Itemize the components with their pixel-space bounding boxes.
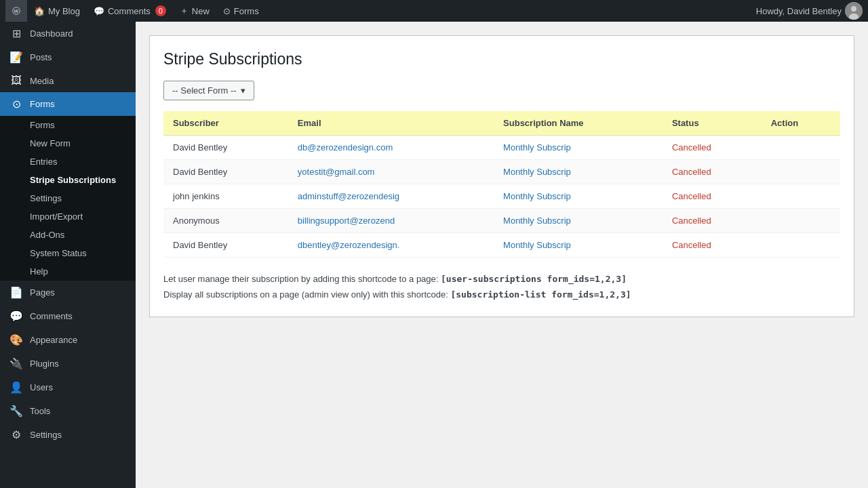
table-body: David Bentley db@zerozendesign.com Month… [163, 135, 840, 257]
email-link[interactable]: yotestit@gmail.com [298, 167, 375, 177]
submenu-add-ons[interactable]: Add-Ons [0, 226, 136, 244]
col-subscription-name: Subscription Name [494, 111, 663, 136]
cell-action [762, 159, 840, 184]
subscription-link[interactable]: Monthly Subscrip [503, 240, 571, 250]
sidebar-label-media: Media [30, 76, 54, 86]
chevron-down-icon: ▾ [241, 85, 245, 96]
submenu-entries[interactable]: Entries [0, 152, 136, 171]
sidebar-label-dashboard: Dashboard [30, 28, 73, 39]
shortcode-info: Let user manage their subscription by ad… [163, 271, 840, 303]
main-content: Stripe Subscriptions -- Select Form -- ▾… [136, 22, 868, 488]
forms-submenu: Forms New Form Entries Stripe Subscripti… [0, 116, 136, 281]
dashboard-icon: ⊞ [9, 27, 23, 40]
status-badge: Cancelled [672, 167, 711, 177]
sidebar-label-posts: Posts [30, 52, 52, 62]
table-row: Anonymous billingsupport@zerozend Monthl… [163, 208, 840, 232]
sidebar-item-tools[interactable]: 🔧 Tools [0, 399, 136, 423]
user-avatar[interactable] [845, 2, 863, 20]
cell-status: Cancelled [663, 159, 762, 184]
cell-subscription[interactable]: Monthly Subscrip [494, 135, 663, 159]
sidebar-label-forms: Forms [30, 99, 55, 109]
submenu-help[interactable]: Help [0, 262, 136, 281]
cell-action [762, 135, 840, 159]
sidebar-label-users: Users [30, 382, 53, 392]
table-row: David Bentley dbentley@zerozendesign. Mo… [163, 232, 840, 257]
subscription-link[interactable]: Monthly Subscrip [503, 216, 571, 226]
my-blog-link[interactable]: 🏠 My Blog [27, 0, 87, 22]
cell-action [762, 208, 840, 232]
myblog-label: My Blog [48, 6, 80, 16]
comments-label: Comments [108, 6, 151, 16]
submenu-system-status[interactable]: System Status [0, 244, 136, 262]
cell-email[interactable]: adminstuff@zerozendesig [288, 184, 494, 208]
cell-action [762, 232, 840, 257]
cell-subscription[interactable]: Monthly Subscrip [494, 232, 663, 257]
table-row: David Bentley yotestit@gmail.com Monthly… [163, 159, 840, 184]
col-subscriber: Subscriber [163, 111, 288, 136]
submenu-import-export[interactable]: Import/Export [0, 207, 136, 226]
sidebar-item-pages[interactable]: 📄 Pages [0, 281, 136, 304]
forms-adminbar-icon: ⊙ [223, 6, 231, 16]
sidebar-label-appearance: Appearance [30, 335, 77, 345]
posts-icon: 📝 [9, 51, 23, 64]
col-status: Status [663, 111, 762, 136]
wp-logo-button[interactable]: W [5, 0, 27, 22]
sidebar-item-appearance[interactable]: 🎨 Appearance [0, 328, 136, 352]
cell-email[interactable]: dbentley@zerozendesign. [288, 232, 494, 257]
user-manage-text: Let user manage their subscription by ad… [163, 274, 438, 284]
submenu-stripe-subscriptions[interactable]: Stripe Subscriptions [0, 171, 136, 189]
cell-email[interactable]: yotestit@gmail.com [288, 159, 494, 184]
plugins-icon: 🔌 [9, 357, 23, 370]
cell-subscriber: Anonymous [163, 208, 288, 232]
home-icon: 🏠 [34, 6, 45, 16]
submenu-settings[interactable]: Settings [0, 189, 136, 207]
plus-icon: ＋ [180, 5, 189, 17]
new-content-link[interactable]: ＋ New [173, 0, 216, 22]
sidebar-item-dashboard[interactable]: ⊞ Dashboard [0, 22, 136, 45]
cell-email[interactable]: billingsupport@zerozend [288, 208, 494, 232]
sidebar-item-users[interactable]: 👤 Users [0, 375, 136, 399]
comments-link[interactable]: 💬 Comments 0 [87, 0, 173, 22]
email-link[interactable]: dbentley@zerozendesign. [298, 240, 400, 250]
subscriptions-table: Subscriber Email Subscription Name Statu… [163, 111, 840, 258]
cell-subscriber: john jenkins [163, 184, 288, 208]
email-link[interactable]: adminstuff@zerozendesig [298, 191, 399, 201]
subscription-link[interactable]: Monthly Subscrip [503, 167, 571, 177]
cell-email[interactable]: db@zerozendesign.com [288, 135, 494, 159]
status-badge: Cancelled [672, 191, 711, 201]
cell-subscription[interactable]: Monthly Subscrip [494, 184, 663, 208]
submenu-new-form[interactable]: New Form [0, 134, 136, 152]
cell-status: Cancelled [663, 232, 762, 257]
sidebar-label-plugins: Plugins [30, 359, 59, 369]
table-row: David Bentley db@zerozendesign.com Month… [163, 135, 840, 159]
forms-adminbar-link[interactable]: ⊙ Forms [216, 0, 266, 22]
cell-subscription[interactable]: Monthly Subscrip [494, 208, 663, 232]
sidebar-label-pages: Pages [30, 287, 55, 298]
email-link[interactable]: billingsupport@zerozend [298, 216, 395, 226]
sidebar: ⊞ Dashboard 📝 Posts 🖼 Media ⊙ Forms Form… [0, 22, 136, 488]
sidebar-item-comments[interactable]: 💬 Comments [0, 304, 136, 328]
cell-subscription[interactable]: Monthly Subscrip [494, 159, 663, 184]
settings-icon: ⚙ [9, 428, 23, 441]
cell-subscriber: David Bentley [163, 135, 288, 159]
select-form-dropdown[interactable]: -- Select Form -- ▾ [163, 81, 254, 100]
sidebar-item-forms[interactable]: ⊙ Forms [0, 92, 136, 116]
content-wrap: Stripe Subscriptions -- Select Form -- ▾… [149, 35, 854, 317]
sidebar-item-media[interactable]: 🖼 Media [0, 69, 136, 92]
subscription-link[interactable]: Monthly Subscrip [503, 142, 571, 152]
sidebar-item-posts[interactable]: 📝 Posts [0, 45, 136, 69]
email-link[interactable]: db@zerozendesign.com [298, 142, 393, 152]
sidebar-item-plugins[interactable]: 🔌 Plugins [0, 352, 136, 375]
cell-subscriber: David Bentley [163, 159, 288, 184]
sidebar-item-settings[interactable]: ⚙ Settings [0, 423, 136, 447]
subscription-link[interactable]: Monthly Subscrip [503, 191, 571, 201]
table-row: john jenkins adminstuff@zerozendesig Mon… [163, 184, 840, 208]
appearance-icon: 🎨 [9, 333, 23, 346]
comments-icon: 💬 [94, 6, 104, 16]
svg-text:W: W [14, 8, 19, 14]
submenu-forms[interactable]: Forms [0, 116, 136, 134]
cell-subscriber: David Bentley [163, 232, 288, 257]
svg-point-3 [851, 6, 856, 12]
comment-count-badge: 0 [155, 5, 166, 16]
col-email: Email [288, 111, 494, 136]
